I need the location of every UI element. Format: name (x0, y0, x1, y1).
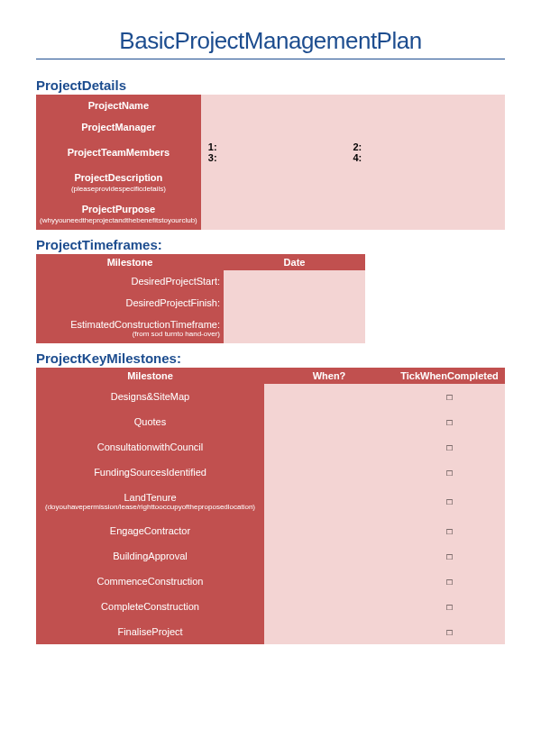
milestone-name: EngageContractor (36, 518, 264, 543)
milestone-tick[interactable]: □ (394, 384, 505, 409)
milestone-when[interactable] (264, 518, 394, 543)
milestone-name: CommenceConstruction (36, 569, 264, 594)
milestone-tick[interactable]: □ (394, 594, 505, 619)
timeframe-value[interactable] (224, 314, 365, 343)
milestone-when[interactable] (264, 409, 394, 434)
milestone-when[interactable] (264, 434, 394, 460)
milestone-tick[interactable]: □ (394, 485, 505, 518)
section-header-details: ProjectDetails (36, 77, 505, 93)
milestone-when[interactable] (264, 384, 394, 409)
project-details-table: ProjectNameProjectManagerProjectTeamMemb… (36, 95, 505, 230)
page-title: BasicProjectManagementPlan (36, 27, 505, 59)
milestone-name: Designs&SiteMap (36, 384, 264, 409)
milestone-when[interactable] (264, 485, 394, 518)
ms-header-when: When? (264, 368, 394, 384)
tf-header-milestone: Milestone (36, 254, 224, 270)
milestone-tick[interactable]: □ (394, 409, 505, 434)
section-header-milestones: ProjectKeyMilestones: (36, 351, 505, 366)
details-value[interactable] (201, 95, 505, 116)
ms-header-tick: TickWhenCompleted (394, 368, 505, 384)
timeframe-value[interactable] (224, 292, 365, 314)
milestone-name: BuildingApproval (36, 543, 264, 569)
milestone-when[interactable] (264, 619, 394, 644)
details-value[interactable] (201, 116, 505, 138)
milestone-tick[interactable]: □ (394, 619, 505, 644)
section-header-timeframes: ProjectTimeframes: (36, 237, 505, 252)
details-label: ProjectDescription(pleaseprovidespecific… (36, 167, 201, 198)
timeframe-label: DesiredProjectStart: (36, 270, 224, 292)
milestone-when[interactable] (264, 594, 394, 619)
milestone-tick[interactable]: □ (394, 569, 505, 594)
details-value[interactable]: 1:2:3:4: (201, 138, 505, 167)
details-value[interactable] (201, 198, 505, 230)
milestone-tick[interactable]: □ (394, 460, 505, 485)
milestone-when[interactable] (264, 460, 394, 485)
milestone-name: CompleteConstruction (36, 594, 264, 619)
project-milestones-table: Milestone When? TickWhenCompleted Design… (36, 368, 505, 644)
milestone-name: LandTenure(doyouhavepermission/lease/rig… (36, 485, 264, 518)
timeframe-label: DesiredProjectFinish: (36, 292, 224, 314)
tf-header-date: Date (224, 254, 365, 270)
ms-header-milestone: Milestone (36, 368, 264, 384)
details-label: ProjectManager (36, 116, 201, 138)
details-label: ProjectTeamMembers (36, 138, 201, 167)
project-timeframes-table: Milestone Date DesiredProjectStart:Desir… (36, 254, 365, 343)
timeframe-value[interactable] (224, 270, 365, 292)
milestone-tick[interactable]: □ (394, 434, 505, 460)
milestone-when[interactable] (264, 543, 394, 569)
milestone-name: FinaliseProject (36, 619, 264, 644)
milestone-tick[interactable]: □ (394, 543, 505, 569)
details-value[interactable] (201, 167, 505, 198)
details-label: ProjectPurpose(whyyouneedtheprojectandth… (36, 198, 201, 230)
milestone-tick[interactable]: □ (394, 518, 505, 543)
milestone-name: FundingSourcesIdentified (36, 460, 264, 485)
timeframe-label: EstimatedConstructionTimeframe:(from sod… (36, 314, 224, 343)
milestone-when[interactable] (264, 569, 394, 594)
details-label: ProjectName (36, 95, 201, 116)
milestone-name: ConsultationwithCouncil (36, 434, 264, 460)
milestone-name: Quotes (36, 409, 264, 434)
